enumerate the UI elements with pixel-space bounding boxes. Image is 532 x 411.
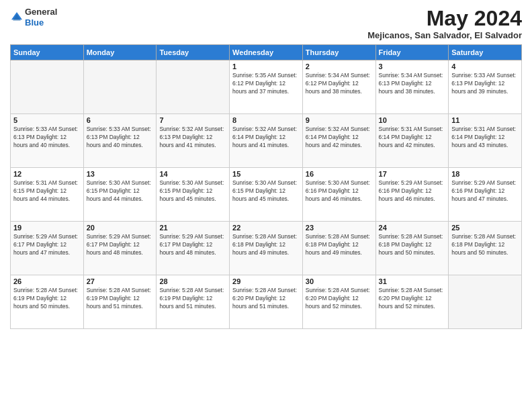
calendar-cell-w3-d2: 13Sunrise: 5:30 AM Sunset: 6:15 PM Dayli… xyxy=(83,168,157,222)
calendar-week-4: 19Sunrise: 5:29 AM Sunset: 6:17 PM Dayli… xyxy=(11,222,522,275)
col-thursday: Thursday xyxy=(302,45,375,60)
calendar-cell-w5-d1: 26Sunrise: 5:28 AM Sunset: 6:19 PM Dayli… xyxy=(11,275,84,329)
day-number: 26 xyxy=(13,277,81,285)
day-number: 29 xyxy=(232,277,300,285)
day-number: 18 xyxy=(451,170,519,178)
calendar-cell-w1-d2 xyxy=(83,60,157,114)
day-number: 23 xyxy=(306,224,373,232)
calendar-cell-w1-d3 xyxy=(157,60,230,114)
day-number: 21 xyxy=(159,224,226,232)
day-number: 10 xyxy=(379,116,446,124)
col-friday: Friday xyxy=(375,45,449,60)
calendar-cell-w3-d5: 16Sunrise: 5:30 AM Sunset: 6:16 PM Dayli… xyxy=(302,168,375,222)
calendar-cell-w4-d1: 19Sunrise: 5:29 AM Sunset: 6:17 PM Dayli… xyxy=(11,222,84,275)
calendar-cell-w2-d4: 8Sunrise: 5:32 AM Sunset: 6:14 PM Daylig… xyxy=(230,114,303,168)
calendar-cell-w2-d1: 5Sunrise: 5:33 AM Sunset: 6:13 PM Daylig… xyxy=(11,114,84,168)
calendar-cell-w5-d5: 30Sunrise: 5:28 AM Sunset: 6:20 PM Dayli… xyxy=(302,275,375,329)
day-info: Sunrise: 5:28 AM Sunset: 6:20 PM Dayligh… xyxy=(232,287,300,311)
calendar-cell-w2-d6: 10Sunrise: 5:31 AM Sunset: 6:14 PM Dayli… xyxy=(375,114,449,168)
day-info: Sunrise: 5:28 AM Sunset: 6:19 PM Dayligh… xyxy=(87,287,154,311)
calendar-cell-w4-d5: 23Sunrise: 5:28 AM Sunset: 6:18 PM Dayli… xyxy=(302,222,375,275)
col-tuesday: Tuesday xyxy=(157,45,230,60)
calendar-cell-w3-d7: 18Sunrise: 5:29 AM Sunset: 6:16 PM Dayli… xyxy=(449,168,522,222)
calendar-cell-w4-d7: 25Sunrise: 5:28 AM Sunset: 6:18 PM Dayli… xyxy=(449,222,522,275)
calendar-cell-w2-d2: 6Sunrise: 5:33 AM Sunset: 6:13 PM Daylig… xyxy=(83,114,157,168)
day-info: Sunrise: 5:34 AM Sunset: 6:12 PM Dayligh… xyxy=(306,72,373,96)
day-info: Sunrise: 5:29 AM Sunset: 6:17 PM Dayligh… xyxy=(159,233,226,257)
logo-icon xyxy=(10,11,24,24)
day-number: 1 xyxy=(232,62,300,71)
day-number: 27 xyxy=(87,277,154,285)
day-number: 5 xyxy=(13,116,81,124)
day-info: Sunrise: 5:29 AM Sunset: 6:16 PM Dayligh… xyxy=(379,179,446,203)
day-number: 3 xyxy=(379,62,446,71)
calendar-cell-w5-d3: 28Sunrise: 5:28 AM Sunset: 6:19 PM Dayli… xyxy=(157,275,230,329)
day-number: 22 xyxy=(232,224,300,232)
day-info: Sunrise: 5:30 AM Sunset: 6:15 PM Dayligh… xyxy=(87,179,154,203)
day-info: Sunrise: 5:33 AM Sunset: 6:13 PM Dayligh… xyxy=(87,126,154,150)
col-wednesday: Wednesday xyxy=(230,45,303,60)
day-number: 13 xyxy=(87,170,154,178)
col-saturday: Saturday xyxy=(449,45,522,60)
day-number: 16 xyxy=(306,170,373,178)
day-info: Sunrise: 5:33 AM Sunset: 6:13 PM Dayligh… xyxy=(451,72,519,96)
calendar-cell-w5-d2: 27Sunrise: 5:28 AM Sunset: 6:19 PM Dayli… xyxy=(83,275,157,329)
day-info: Sunrise: 5:29 AM Sunset: 6:17 PM Dayligh… xyxy=(87,233,154,257)
calendar-cell-w2-d3: 7Sunrise: 5:32 AM Sunset: 6:13 PM Daylig… xyxy=(157,114,230,168)
day-number: 24 xyxy=(379,224,446,232)
calendar-cell-w3-d6: 17Sunrise: 5:29 AM Sunset: 6:16 PM Dayli… xyxy=(375,168,449,222)
day-info: Sunrise: 5:28 AM Sunset: 6:18 PM Dayligh… xyxy=(451,233,519,257)
day-info: Sunrise: 5:33 AM Sunset: 6:13 PM Dayligh… xyxy=(13,126,81,150)
day-info: Sunrise: 5:32 AM Sunset: 6:14 PM Dayligh… xyxy=(232,126,300,150)
day-info: Sunrise: 5:31 AM Sunset: 6:14 PM Dayligh… xyxy=(451,126,519,150)
calendar-cell-w1-d7: 4Sunrise: 5:33 AM Sunset: 6:13 PM Daylig… xyxy=(449,60,522,114)
day-info: Sunrise: 5:28 AM Sunset: 6:19 PM Dayligh… xyxy=(13,287,81,311)
day-number: 30 xyxy=(306,277,373,285)
day-info: Sunrise: 5:30 AM Sunset: 6:15 PM Dayligh… xyxy=(232,179,300,203)
calendar-cell-w5-d6: 31Sunrise: 5:28 AM Sunset: 6:20 PM Dayli… xyxy=(375,275,449,329)
calendar-cell-w1-d4: 1Sunrise: 5:35 AM Sunset: 6:12 PM Daylig… xyxy=(230,60,303,114)
location-subtitle: Mejicanos, San Salvador, El Salvador xyxy=(367,30,522,40)
day-number: 25 xyxy=(451,224,519,232)
logo-text: General Blue xyxy=(25,7,57,28)
calendar-week-3: 12Sunrise: 5:31 AM Sunset: 6:15 PM Dayli… xyxy=(11,168,522,222)
calendar-cell-w1-d1 xyxy=(11,60,84,114)
day-number: 15 xyxy=(232,170,300,178)
calendar-week-2: 5Sunrise: 5:33 AM Sunset: 6:13 PM Daylig… xyxy=(11,114,522,168)
day-info: Sunrise: 5:31 AM Sunset: 6:15 PM Dayligh… xyxy=(13,179,81,203)
day-number: 11 xyxy=(451,116,519,124)
calendar-cell-w3-d1: 12Sunrise: 5:31 AM Sunset: 6:15 PM Dayli… xyxy=(11,168,84,222)
day-number: 4 xyxy=(451,62,519,71)
day-info: Sunrise: 5:30 AM Sunset: 6:16 PM Dayligh… xyxy=(306,179,373,203)
day-info: Sunrise: 5:30 AM Sunset: 6:15 PM Dayligh… xyxy=(159,179,226,203)
day-number: 6 xyxy=(87,116,154,124)
calendar-cell-w2-d7: 11Sunrise: 5:31 AM Sunset: 6:14 PM Dayli… xyxy=(449,114,522,168)
day-info: Sunrise: 5:32 AM Sunset: 6:13 PM Dayligh… xyxy=(159,126,226,150)
calendar-cell-w4-d4: 22Sunrise: 5:28 AM Sunset: 6:18 PM Dayli… xyxy=(230,222,303,275)
month-year-title: May 2024 xyxy=(367,7,522,30)
day-number: 28 xyxy=(159,277,226,285)
day-number: 20 xyxy=(87,224,154,232)
day-number: 17 xyxy=(379,170,446,178)
day-number: 31 xyxy=(379,277,446,285)
day-info: Sunrise: 5:28 AM Sunset: 6:19 PM Dayligh… xyxy=(159,287,226,311)
day-info: Sunrise: 5:32 AM Sunset: 6:14 PM Dayligh… xyxy=(306,126,373,150)
calendar-header-row: Sunday Monday Tuesday Wednesday Thursday… xyxy=(11,45,522,60)
calendar-cell-w4-d3: 21Sunrise: 5:29 AM Sunset: 6:17 PM Dayli… xyxy=(157,222,230,275)
calendar-cell-w3-d3: 14Sunrise: 5:30 AM Sunset: 6:15 PM Dayli… xyxy=(157,168,230,222)
day-number: 2 xyxy=(306,62,373,71)
calendar-cell-w3-d4: 15Sunrise: 5:30 AM Sunset: 6:15 PM Dayli… xyxy=(230,168,303,222)
calendar-week-5: 26Sunrise: 5:28 AM Sunset: 6:19 PM Dayli… xyxy=(11,275,522,329)
day-info: Sunrise: 5:31 AM Sunset: 6:14 PM Dayligh… xyxy=(379,126,446,150)
day-info: Sunrise: 5:29 AM Sunset: 6:17 PM Dayligh… xyxy=(13,233,81,257)
calendar-cell-w1-d6: 3Sunrise: 5:34 AM Sunset: 6:13 PM Daylig… xyxy=(375,60,449,114)
day-info: Sunrise: 5:34 AM Sunset: 6:13 PM Dayligh… xyxy=(379,72,446,96)
col-sunday: Sunday xyxy=(11,45,84,60)
page-header: General Blue May 2024 Mejicanos, San Sal… xyxy=(10,7,522,40)
day-info: Sunrise: 5:28 AM Sunset: 6:18 PM Dayligh… xyxy=(232,233,300,257)
day-number: 8 xyxy=(232,116,300,124)
day-number: 12 xyxy=(13,170,81,178)
calendar-cell-w5-d4: 29Sunrise: 5:28 AM Sunset: 6:20 PM Dayli… xyxy=(230,275,303,329)
calendar-cell-w4-d6: 24Sunrise: 5:28 AM Sunset: 6:18 PM Dayli… xyxy=(375,222,449,275)
day-number: 9 xyxy=(306,116,373,124)
